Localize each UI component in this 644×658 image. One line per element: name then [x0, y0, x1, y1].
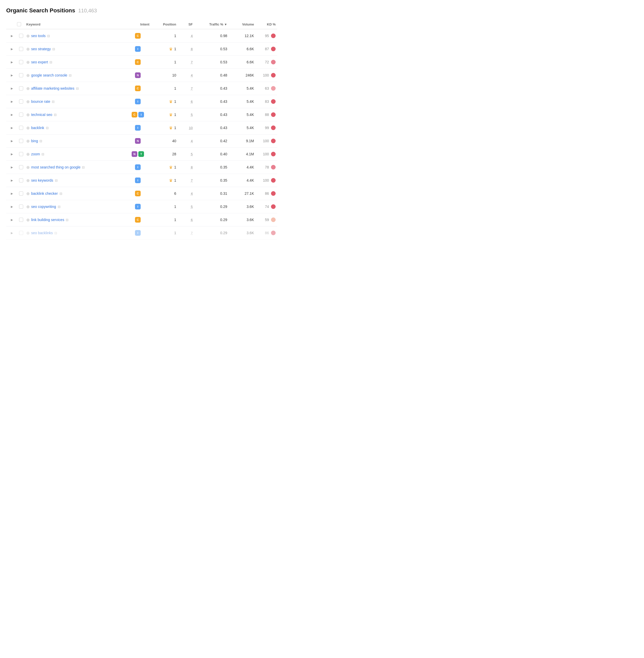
expand-btn[interactable]: ▶ — [8, 166, 16, 169]
table-row[interactable]: ▶ ⊕ seo tools ⊟ C140.9812.1K 95 — [6, 29, 277, 43]
table-row[interactable]: ▶ ⊕ backlink checker ⊟ C640.3127.1K 86 — [6, 187, 277, 200]
keyword-link[interactable]: bounce rate — [31, 99, 50, 104]
expand-btn[interactable]: ▶ — [8, 74, 16, 77]
row-checkbox[interactable] — [19, 191, 23, 196]
expand-btn[interactable]: ▶ — [8, 113, 16, 116]
expand-btn[interactable]: ▶ — [8, 192, 16, 195]
keyword-link[interactable]: seo keywords — [31, 178, 53, 182]
intent-badge-i: I — [135, 46, 141, 52]
kd-dot — [271, 86, 276, 91]
keyword-link[interactable]: affiliate marketing websites — [31, 86, 74, 90]
table-row[interactable]: ▶ ⊕ bing ⊟ N4040.429.1M 100 — [6, 135, 277, 148]
volume-cell: 3.6K — [228, 231, 254, 235]
table-row[interactable]: ▶ ⊕ zoom ⊟ NT2850.404.1M 100 — [6, 148, 277, 161]
row-checkbox[interactable] — [19, 47, 23, 51]
expand-btn[interactable]: ▶ — [8, 139, 16, 143]
intent-col-header: Intent — [126, 22, 150, 26]
keyword-link[interactable]: link building services — [31, 218, 64, 222]
table-row[interactable]: ▶ ⊕ most searched thing on google ⊟ I♛18… — [6, 161, 277, 174]
add-circle-icon: ⊕ — [26, 60, 30, 65]
traffic-col-header[interactable]: Traffic % ▼ — [194, 22, 227, 26]
row-checkbox[interactable] — [19, 178, 23, 182]
expand-btn[interactable]: ▶ — [8, 61, 16, 64]
keyword-link[interactable]: seo copywriting — [31, 205, 56, 209]
select-all-checkbox[interactable] — [17, 22, 21, 26]
page-count: 110,463 — [78, 8, 97, 14]
row-checkbox[interactable] — [19, 60, 23, 64]
checkbox-cell — [17, 191, 25, 196]
kd-cell: 100 — [255, 73, 276, 77]
row-checkbox[interactable] — [19, 205, 23, 209]
table-row[interactable]: ▶ ⊕ seo copywriting ⊟ I150.293.6K 74 — [6, 200, 277, 213]
checkbox-cell — [17, 86, 25, 90]
volume-cell: 3.6K — [228, 205, 254, 209]
page-icon: ⊟ — [69, 73, 72, 77]
keyword-link[interactable]: seo tools — [31, 34, 46, 38]
crown-icon: ♛ — [169, 126, 172, 130]
volume-cell: 5.4K — [228, 86, 254, 90]
kd-value: 100 — [263, 73, 269, 77]
table-row[interactable]: ▶ ⊕ seo expert ⊟ C170.536.6K 72 — [6, 55, 277, 69]
intent-badge-n: N — [132, 151, 137, 157]
keyword-link[interactable]: backlink checker — [31, 191, 58, 196]
expand-btn[interactable]: ▶ — [8, 218, 16, 222]
row-checkbox[interactable] — [19, 218, 23, 222]
keyword-link[interactable]: backlink — [31, 126, 44, 130]
traffic-cell: 0.29 — [194, 218, 227, 222]
position-cell: 1 — [151, 205, 176, 209]
kd-value: 83 — [265, 99, 269, 104]
table-row[interactable]: ▶ ⊕ bounce rate ⊟ I♛160.435.4K 83 — [6, 95, 277, 108]
page-header: Organic Search Positions 110,463 — [6, 7, 277, 14]
page-icon: ⊟ — [47, 34, 50, 38]
intent-badge-c: C — [135, 191, 141, 196]
table-row[interactable]: ▶ ⊕ technical seo ⊟ CI♛150.435.4K 88 — [6, 108, 277, 121]
volume-cell: 12.1K — [228, 34, 254, 38]
expand-btn[interactable]: ▶ — [8, 100, 16, 103]
table-row[interactable]: ▶ ⊕ seo strategy ⊟ I♛180.536.6K 87 — [6, 43, 277, 55]
kd-dot — [271, 191, 276, 196]
row-checkbox[interactable] — [19, 99, 23, 104]
expand-btn[interactable]: ▶ — [8, 126, 16, 130]
row-checkbox[interactable] — [19, 139, 23, 143]
table-row[interactable]: ▶ ⊕ backlink ⊟ I♛1100.435.4K 99 — [6, 121, 277, 135]
keyword-link[interactable]: bing — [31, 139, 38, 143]
kd-value: 99 — [265, 126, 269, 130]
row-checkbox[interactable] — [19, 231, 23, 235]
expand-btn[interactable]: ▶ — [8, 153, 16, 156]
row-checkbox[interactable] — [19, 165, 23, 169]
expand-btn[interactable]: ▶ — [8, 231, 16, 235]
table-row[interactable]: ▶ ⊕ link building services ⊟ C160.293.6K… — [6, 213, 277, 226]
volume-col-header: Volume — [228, 22, 254, 26]
traffic-cell: 0.35 — [194, 178, 227, 182]
kd-value: 86 — [265, 191, 269, 196]
table-row[interactable]: ▶ ⊕ seo keywords ⊟ I♛170.354.4K 100 — [6, 174, 277, 187]
page-icon: ⊟ — [54, 231, 57, 235]
expand-btn[interactable]: ▶ — [8, 34, 16, 38]
expand-btn[interactable]: ▶ — [8, 87, 16, 90]
intent-cell: C — [126, 59, 150, 65]
keyword-link[interactable]: most searched thing on google — [31, 165, 80, 169]
position-cell: ♛1 — [151, 99, 176, 104]
keyword-link[interactable]: google search console — [31, 73, 67, 77]
intent-badge-c: C — [135, 86, 141, 91]
expand-btn[interactable]: ▶ — [8, 179, 16, 182]
kd-value: 78 — [265, 165, 269, 169]
row-checkbox[interactable] — [19, 73, 23, 77]
table-row[interactable]: ▶ ⊕ google search console ⊟ N1040.48246K… — [6, 69, 277, 82]
table-row[interactable]: ▶ ⊕ seo backlinks ⊟ I170.293.6K 86 — [6, 226, 277, 240]
keyword-link[interactable]: zoom — [31, 152, 40, 156]
kd-cell: 87 — [255, 47, 276, 51]
row-checkbox[interactable] — [19, 113, 23, 117]
expand-btn[interactable]: ▶ — [8, 47, 16, 51]
row-checkbox[interactable] — [19, 86, 23, 90]
keyword-link[interactable]: seo backlinks — [31, 231, 53, 235]
keyword-link[interactable]: seo expert — [31, 60, 48, 64]
expand-btn[interactable]: ▶ — [8, 205, 16, 208]
row-checkbox[interactable] — [19, 126, 23, 130]
row-checkbox[interactable] — [19, 152, 23, 156]
table-row[interactable]: ▶ ⊕ affiliate marketing websites ⊟ C170.… — [6, 82, 277, 95]
keyword-link[interactable]: technical seo — [31, 113, 52, 117]
row-checkbox[interactable] — [19, 34, 23, 38]
crown-icon: ♛ — [169, 178, 172, 183]
keyword-link[interactable]: seo strategy — [31, 47, 51, 51]
